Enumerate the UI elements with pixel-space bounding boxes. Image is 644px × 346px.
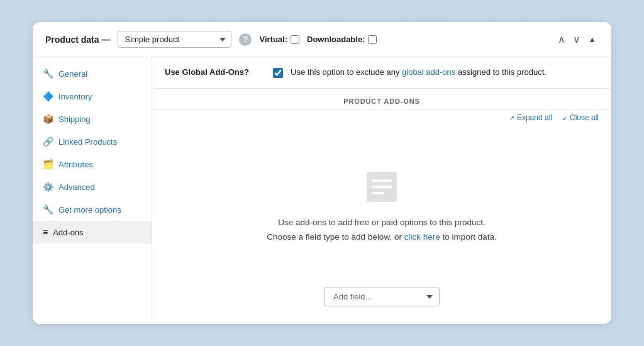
sidebar-item-general[interactable]: 🔧 General	[33, 62, 152, 85]
diamond-icon: 🔷	[43, 91, 53, 101]
global-addons-row: Use Global Add-Ons? Use this option to e…	[152, 57, 611, 89]
sidebar-item-attributes[interactable]: 🗂️ Attributes	[33, 153, 152, 176]
virtual-checkbox[interactable]	[291, 35, 299, 44]
close-all-button[interactable]: ↙ Close all	[562, 113, 599, 122]
arrow-collapse-button[interactable]: ▲	[586, 34, 599, 45]
svg-rect-1	[372, 179, 392, 182]
click-here-link[interactable]: click here	[404, 232, 440, 242]
addons-section-title: PRODUCT ADD-ONS	[343, 98, 420, 105]
arrow-up-button[interactable]: ∧	[555, 33, 568, 46]
close-icon: ↙	[562, 114, 567, 121]
sidebar-item-advanced[interactable]: ⚙️ Advanced	[33, 176, 152, 198]
addons-actions: ↗ Expand all ↙ Close all	[152, 109, 611, 126]
svg-rect-2	[372, 186, 392, 188]
add-field-select[interactable]: Add field... Multiple choice Checkbox Sh…	[324, 287, 440, 306]
expand-all-button[interactable]: ↗ Expand all	[509, 113, 552, 122]
empty-text: Use add-ons to add free or paid options …	[267, 216, 496, 245]
list-icon: ≡	[43, 227, 48, 237]
sidebar-item-get-more-options[interactable]: 🔧 Get more options	[33, 198, 152, 221]
sidebar-item-inventory[interactable]: 🔷 Inventory	[33, 85, 152, 108]
empty-state: Use add-ons to add free or paid options …	[152, 126, 611, 279]
svg-rect-3	[372, 192, 384, 194]
global-addons-label: Use Global Add-Ons?	[165, 67, 265, 77]
downloadable-label: Downloadable:	[307, 35, 377, 44]
table-icon: 🗂️	[43, 159, 53, 169]
product-data-card: Product data — Simple product Variable p…	[33, 22, 611, 324]
link-icon: 🔗	[43, 137, 53, 147]
sidebar-item-shipping[interactable]: 📦 Shipping	[33, 108, 152, 130]
main-content: Use Global Add-Ons? Use this option to e…	[152, 57, 611, 321]
global-addons-desc: Use this option to exclude any global ad…	[291, 67, 547, 77]
expand-icon: ↗	[509, 114, 514, 121]
sidebar: 🔧 General 🔷 Inventory 📦 Shipping 🔗 Linke…	[33, 57, 152, 321]
body-layout: 🔧 General 🔷 Inventory 📦 Shipping 🔗 Linke…	[33, 57, 611, 321]
virtual-label: Virtual:	[259, 35, 299, 44]
addons-section-header: PRODUCT ADD-ONS	[152, 89, 611, 109]
truck-icon: 📦	[43, 114, 53, 124]
downloadable-checkbox[interactable]	[368, 35, 377, 44]
sidebar-item-add-ons[interactable]: ≡ Add-ons	[33, 221, 152, 243]
wrench2-icon: 🔧	[43, 204, 53, 215]
global-addons-link[interactable]: global add-ons	[402, 67, 455, 77]
help-icon[interactable]: ?	[239, 33, 252, 46]
nav-arrows: ∧ ∨ ▲	[555, 33, 599, 46]
product-data-label: Product data —	[45, 35, 110, 45]
product-data-header: Product data — Simple product Variable p…	[33, 22, 611, 57]
wrench-icon: 🔧	[43, 69, 53, 79]
gear-icon: ⚙️	[43, 182, 53, 192]
global-addons-checkbox[interactable]	[273, 68, 283, 78]
add-field-row: Add field... Multiple choice Checkbox Sh…	[152, 279, 611, 321]
product-type-select[interactable]: Simple product Variable product Grouped …	[118, 31, 231, 48]
empty-list-icon	[362, 167, 402, 207]
arrow-down-button[interactable]: ∨	[570, 33, 583, 46]
sidebar-item-linked-products[interactable]: 🔗 Linked Products	[33, 130, 152, 153]
